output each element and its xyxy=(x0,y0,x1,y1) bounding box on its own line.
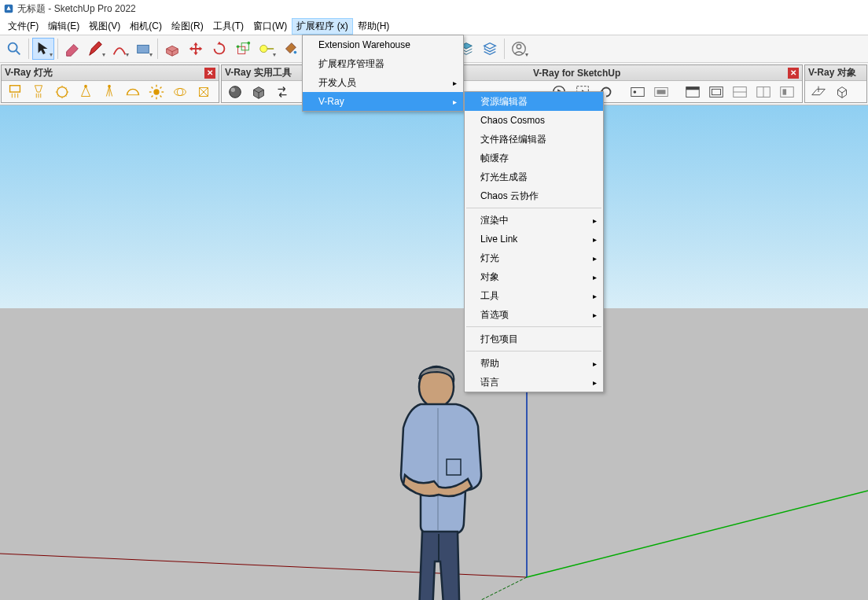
sketchup-app-icon xyxy=(3,3,14,14)
svg-rect-3 xyxy=(138,45,149,53)
dome-light-icon[interactable] xyxy=(123,82,143,102)
menu-item-light-gen[interactable]: 灯光生成器 xyxy=(465,167,603,186)
svg-point-37 xyxy=(231,87,236,92)
svg-point-35 xyxy=(177,88,182,95)
svg-line-57 xyxy=(527,491,868,577)
menu-item-developer[interactable]: 开发人员 xyxy=(303,73,463,92)
menu-item-pack-project[interactable]: 打包项目 xyxy=(465,329,603,348)
menu-separator xyxy=(466,351,601,352)
menu-camera[interactable]: 相机(C) xyxy=(125,18,167,35)
svg-point-6 xyxy=(237,45,240,48)
frame-e-icon[interactable] xyxy=(777,82,797,102)
frame-a-icon[interactable] xyxy=(682,82,703,102)
menu-item-lights[interactable]: 灯光 xyxy=(465,248,603,267)
svg-rect-47 xyxy=(712,89,721,94)
menu-item-preferences[interactable]: 首选项 xyxy=(465,305,603,324)
cube-util-icon[interactable] xyxy=(248,82,269,102)
render-output-icon[interactable] xyxy=(627,82,648,102)
menu-item-rendering[interactable]: 渲染中 xyxy=(465,211,603,230)
clip-light-icon[interactable] xyxy=(193,82,214,102)
viewport-3d[interactable] xyxy=(0,105,868,600)
svg-point-8 xyxy=(260,45,267,52)
search-icon[interactable] xyxy=(3,38,25,60)
eraser-tool-icon[interactable] xyxy=(61,38,83,60)
paint-bucket-icon[interactable] xyxy=(279,38,301,60)
close-icon[interactable]: ✕ xyxy=(788,68,799,79)
svg-rect-43 xyxy=(657,90,666,94)
menu-help[interactable]: 帮助(H) xyxy=(353,18,395,35)
arc-tool-icon[interactable] xyxy=(108,38,131,60)
menu-item-file-path-editor[interactable]: 文件路径编辑器 xyxy=(465,130,603,149)
sphere-light-icon[interactable] xyxy=(52,82,72,102)
menu-item-tools[interactable]: 工具 xyxy=(465,286,603,305)
sun-light-icon[interactable] xyxy=(146,82,167,102)
menu-window[interactable]: 窗口(W) xyxy=(248,18,292,35)
user-account-icon[interactable] xyxy=(508,38,530,60)
tape-tool-icon[interactable] xyxy=(256,38,278,60)
menu-tools[interactable]: 工具(T) xyxy=(208,18,248,35)
move-tool-icon[interactable] xyxy=(185,38,207,60)
panel-title-main: V-Ray for SketchUp xyxy=(533,68,620,79)
panel-vray-utils: V-Ray 实用工具 xyxy=(221,64,306,103)
svg-point-41 xyxy=(634,90,637,94)
scale-tool-icon[interactable] xyxy=(232,38,254,60)
menu-edit[interactable]: 编辑(E) xyxy=(43,18,84,35)
menu-draw[interactable]: 绘图(R) xyxy=(167,18,208,35)
menu-item-chaos-cosmos[interactable]: Chaos Cosmos xyxy=(465,111,603,130)
menu-view[interactable]: 视图(V) xyxy=(84,18,125,35)
title-bar: 无标题 - SketchUp Pro 2022 xyxy=(0,0,868,17)
pencil-tool-icon[interactable] xyxy=(85,38,107,60)
svg-rect-20 xyxy=(10,85,20,91)
menu-item-language[interactable]: 语言 xyxy=(465,373,603,392)
svg-point-34 xyxy=(175,88,186,95)
rectangle-tool-icon[interactable] xyxy=(132,38,154,60)
menu-bar: 文件(F) 编辑(E) 视图(V) 相机(C) 绘图(R) 工具(T) 窗口(W… xyxy=(0,17,868,35)
svg-point-23 xyxy=(108,84,111,87)
svg-point-21 xyxy=(57,87,68,97)
views-icon[interactable] xyxy=(479,38,501,60)
scale-figure-person xyxy=(377,365,519,600)
sphere-util-icon[interactable] xyxy=(225,82,245,102)
menu-item-help[interactable]: 帮助 xyxy=(465,354,603,373)
proxy-object-icon[interactable] xyxy=(832,82,852,102)
pushpull-tool-icon[interactable] xyxy=(161,38,183,60)
frame-c-icon[interactable] xyxy=(730,82,750,102)
close-icon[interactable]: ✕ xyxy=(204,68,215,79)
svg-point-19 xyxy=(517,45,521,50)
spot-light-icon[interactable] xyxy=(75,82,96,102)
mesh-light-icon[interactable] xyxy=(170,82,190,102)
menu-item-asset-editor[interactable]: 资源编辑器 xyxy=(465,92,603,111)
ies-light-icon[interactable] xyxy=(99,82,120,102)
menu-separator xyxy=(466,326,601,327)
select-tool-icon[interactable] xyxy=(32,38,54,60)
svg-rect-52 xyxy=(781,87,794,97)
frame-b-icon[interactable] xyxy=(706,82,726,102)
menu-item-ext-warehouse[interactable]: Extension Warehouse xyxy=(303,35,463,54)
plane-light-icon[interactable] xyxy=(5,82,25,102)
switch-util-icon[interactable] xyxy=(272,82,292,102)
svg-point-10 xyxy=(294,51,297,54)
window-title: 无标题 - SketchUp Pro 2022 xyxy=(17,2,136,16)
panel-title-objects: V-Ray 对象 xyxy=(808,66,856,79)
svg-line-33 xyxy=(152,95,153,97)
infinite-plane-icon[interactable] xyxy=(808,82,829,102)
svg-point-7 xyxy=(248,42,251,45)
menu-item-chaos-cloud[interactable]: Chaos 云协作 xyxy=(465,186,603,205)
rect-light-icon[interactable] xyxy=(28,82,49,102)
menu-item-objects[interactable]: 对象 xyxy=(465,267,603,286)
menu-extensions[interactable]: 扩展程序 (x) xyxy=(292,18,352,35)
vray-submenu-dropdown: 资源编辑器 Chaos Cosmos 文件路径编辑器 帧缓存 灯光生成器 Cha… xyxy=(464,91,604,392)
svg-point-1 xyxy=(9,43,17,52)
svg-line-30 xyxy=(152,87,153,88)
frame-d-icon[interactable] xyxy=(753,82,774,102)
menu-item-live-link[interactable]: Live Link xyxy=(465,230,603,248)
menu-item-ext-manager[interactable]: 扩展程序管理器 xyxy=(303,54,463,73)
menu-item-vray[interactable]: V-Ray xyxy=(303,92,463,111)
render-channel-icon[interactable] xyxy=(651,82,671,102)
svg-point-22 xyxy=(84,84,87,87)
menu-item-frame-buffer[interactable]: 帧缓存 xyxy=(465,149,603,167)
svg-line-2 xyxy=(17,51,20,55)
rotate-tool-icon[interactable] xyxy=(208,38,230,60)
svg-point-36 xyxy=(230,86,241,98)
menu-file[interactable]: 文件(F) xyxy=(3,18,43,35)
